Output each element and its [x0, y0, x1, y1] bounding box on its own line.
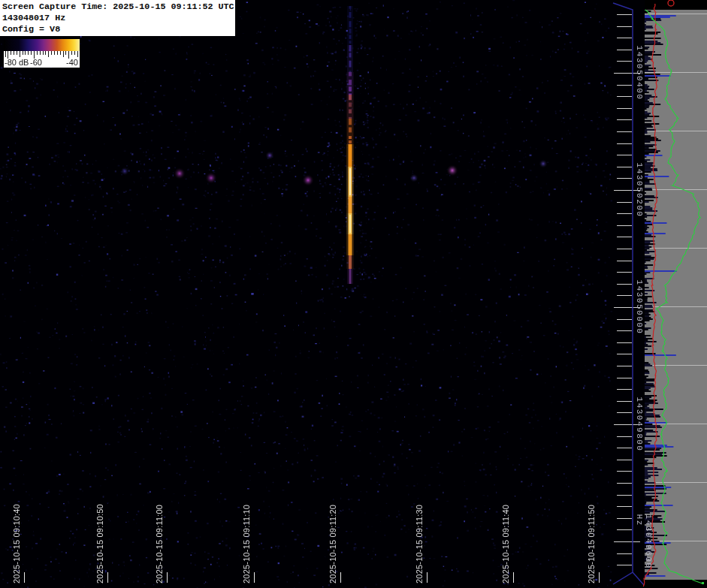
time-label: 2025-10-15 09:11:00: [155, 505, 164, 583]
spectrogram-app: Screen Capture Time: 2025-10-15 09:11:52…: [0, 0, 707, 588]
ruler-tick: [77, 51, 78, 57]
ruler-tick: [54, 51, 55, 55]
frequency-label: 143049800: [635, 397, 644, 452]
config-text: Config = V8: [2, 24, 235, 35]
db-label-60: -60: [30, 58, 42, 67]
capture-info-box: Screen Capture Time: 2025-10-15 09:11:52…: [0, 0, 235, 36]
ruler-tick: [11, 51, 11, 55]
ruler-tick: [17, 51, 17, 55]
ruler-tick: [20, 51, 20, 57]
time-label: 2025-10-15 09:10:50: [95, 504, 104, 583]
ruler-tick: [37, 51, 38, 55]
ruler-tick: [25, 51, 26, 55]
ruler-tick: [51, 51, 52, 55]
ruler-tick: [48, 51, 49, 57]
time-label: 2025-10-15 09:10:40: [12, 504, 21, 583]
time-label: 2025-10-15 09:11:40: [501, 505, 510, 583]
ruler-tick: [45, 51, 46, 55]
ruler-tick: [23, 51, 23, 55]
ruler-tick: [28, 51, 29, 55]
ruler-tick: [74, 51, 75, 55]
frequency-label: 143050200: [635, 163, 644, 218]
ruler-tick: [43, 51, 44, 55]
time-label: 2025-10-15 09:11:10: [242, 505, 251, 583]
frequency-label: 143049600 Hz: [635, 514, 653, 569]
db-label-40: -40: [66, 58, 78, 67]
ruler-tick: [71, 51, 72, 55]
frequency-text: 143048017 Hz: [2, 13, 235, 24]
db-label-80: -80 dB: [5, 58, 29, 67]
ruler-tick: [14, 51, 14, 55]
ruler-tick: [5, 51, 6, 57]
ruler-tick: [40, 51, 41, 55]
ruler-tick: [63, 51, 64, 57]
time-label: 2025-10-15 09:11:20: [328, 505, 337, 583]
ruler-tick: [60, 51, 61, 55]
waterfall-canvas: [0, 0, 707, 588]
frequency-label: 143050400: [635, 46, 644, 101]
time-label: 2025-10-15 09:11:30: [415, 505, 424, 583]
color-scale-labels: -80 dB -60 -40: [4, 58, 80, 68]
ruler-tick: [57, 51, 58, 55]
time-label: 2025-10-15 09:11:50: [587, 505, 596, 583]
frequency-label: 143050000: [635, 280, 644, 335]
capture-time-text: Screen Capture Time: 2025-10-15 09:11:52…: [2, 2, 235, 13]
ruler-tick: [65, 51, 66, 55]
color-gradient-bar: [4, 39, 80, 51]
color-scale-legend: -80 dB -60 -40: [4, 39, 80, 68]
ruler-tick: [31, 51, 32, 55]
